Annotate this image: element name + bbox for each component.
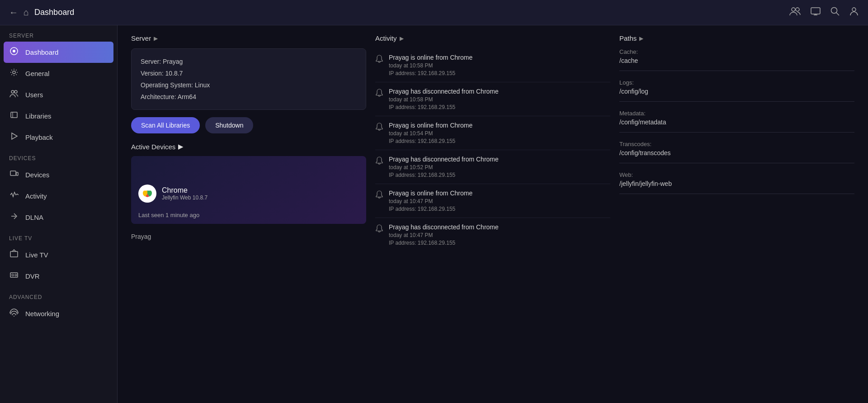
device-last-seen: Last seen 1 minute ago [131, 208, 366, 224]
svg-point-3 [831, 7, 837, 13]
activity-item: Prayag has disconnected from Chrome toda… [375, 82, 610, 116]
sidebar-item-users[interactable]: Users [0, 84, 117, 105]
path-value: /config/metadata [619, 119, 854, 133]
main-layout: Server Dashboard General [0, 25, 868, 403]
activity-content: Prayag is online from Chrome today at 10… [389, 122, 472, 144]
server-header-text: Server [131, 34, 151, 42]
svg-rect-15 [10, 251, 18, 257]
path-value: /config/log [619, 88, 854, 102]
sidebar-item-activity[interactable]: Activity [0, 185, 117, 207]
activity-title: Prayag has disconnected from Chrome [389, 88, 499, 95]
path-item: Web: /jellyfin/jellyfin-web [619, 171, 854, 194]
svg-marker-12 [12, 133, 17, 139]
device-logo [138, 185, 156, 203]
sidebar-item-playback[interactable]: Playback [0, 127, 117, 148]
svg-point-18 [15, 274, 17, 276]
svg-point-5 [852, 8, 856, 11]
paths-section-header: Paths ▶ [619, 34, 854, 42]
activity-title: Prayag has disconnected from Chrome [389, 223, 499, 231]
activity-content: Prayag has disconnected from Chrome toda… [389, 156, 499, 178]
server-info-box: Server: Prayag Version: 10.8.7 Operating… [131, 48, 366, 110]
activity-time: today at 10:54 PM [389, 130, 472, 137]
sidebar-label-playback: Playback [25, 133, 53, 141]
activity-item: Prayag has disconnected from Chrome toda… [375, 218, 610, 251]
svg-rect-11 [11, 112, 17, 118]
activity-content: Prayag is online from Chrome today at 10… [389, 54, 472, 76]
svg-point-0 [792, 8, 795, 11]
path-label: Logs: [619, 79, 854, 86]
bottom-label: Prayag [131, 233, 366, 240]
activity-time: today at 10:47 PM [389, 232, 499, 238]
sidebar-item-dlna[interactable]: DLNA [0, 207, 117, 228]
svg-point-17 [12, 274, 14, 276]
sidebar-label-libraries: Libraries [25, 112, 52, 120]
livetv-section-label: Live TV [0, 228, 117, 244]
search-icon[interactable] [830, 6, 840, 19]
back-icon[interactable]: ← [9, 7, 18, 18]
activity-header-text: Activity [375, 34, 397, 42]
content-area: Server ▶ Server: Prayag Version: 10.8.7 … [118, 25, 868, 403]
activity-title: Prayag is online from Chrome [389, 54, 472, 61]
svg-point-19 [14, 316, 14, 317]
device-version: Jellyfin Web 10.8.7 [162, 194, 208, 201]
svg-point-1 [796, 8, 799, 11]
activity-ip: IP address: 192.168.29.155 [389, 172, 499, 178]
activity-item: Prayag is online from Chrome today at 10… [375, 184, 610, 218]
server-buttons: Scan All Libraries Shutdown [131, 117, 366, 133]
device-card[interactable]: Chrome Jellyfin Web 10.8.7 Last seen 1 m… [131, 156, 366, 224]
activity-content: Prayag is online from Chrome today at 10… [389, 190, 472, 212]
profile-icon[interactable] [849, 6, 859, 19]
activity-section-header: Activity ▶ [375, 34, 610, 42]
sidebar-item-livetv[interactable]: Live TV [0, 244, 117, 266]
sidebar-item-dvr[interactable]: DVR [0, 266, 117, 287]
sidebar-item-devices[interactable]: Devices [0, 164, 117, 185]
dvr-icon [9, 270, 19, 282]
scan-all-libraries-button[interactable]: Scan All Libraries [131, 117, 200, 133]
devices-icon [9, 169, 19, 180]
networking-icon [9, 308, 19, 319]
server-version-line: Version: 10.8.7 [141, 70, 357, 77]
sidebar-item-libraries[interactable]: Libraries [0, 105, 117, 127]
path-label: Cache: [619, 48, 854, 55]
path-item: Logs: /config/log [619, 79, 854, 102]
active-devices-header: Active Devices ▶ [131, 142, 366, 151]
server-header-arrow: ▶ [154, 35, 158, 42]
home-icon[interactable]: ⌂ [24, 7, 29, 18]
dlna-icon [9, 212, 19, 223]
path-item: Metadata: /config/metadata [619, 110, 854, 133]
livetv-icon [9, 249, 19, 261]
path-item: Transcodes: /config/transcodes [619, 141, 854, 163]
activity-panel: Activity ▶ Prayag is online from Chrome … [375, 34, 610, 251]
topbar: ← ⌂ Dashboard [0, 0, 868, 25]
activity-list: Prayag is online from Chrome today at 10… [375, 48, 610, 251]
sidebar-label-devices: Devices [25, 171, 49, 179]
server-os-line: Operating System: Linux [141, 81, 357, 89]
svg-rect-13 [10, 171, 16, 175]
path-label: Web: [619, 171, 854, 178]
activity-content: Prayag has disconnected from Chrome toda… [389, 88, 499, 110]
path-value: /config/transcodes [619, 149, 854, 163]
activity-time: today at 10:58 PM [389, 96, 499, 103]
topbar-title: Dashboard [34, 8, 74, 17]
svg-point-8 [13, 71, 15, 74]
sidebar-label-networking: Networking [25, 310, 59, 318]
sidebar-label-general: General [25, 70, 49, 77]
activity-icon [9, 190, 19, 202]
sidebar-item-networking[interactable]: Networking [0, 303, 117, 324]
sidebar-item-dashboard[interactable]: Dashboard [4, 42, 113, 63]
server-name-line: Server: Prayag [141, 58, 357, 65]
activity-header-arrow: ▶ [400, 35, 404, 42]
sidebar-item-general[interactable]: General [0, 63, 117, 84]
activity-time: today at 10:47 PM [389, 198, 472, 204]
sidebar: Server Dashboard General [0, 25, 118, 403]
bell-icon [375, 156, 383, 168]
libraries-icon [9, 110, 19, 122]
shutdown-button[interactable]: Shutdown [205, 117, 253, 133]
cast-icon[interactable] [810, 6, 821, 19]
device-name: Chrome [162, 186, 208, 194]
sidebar-label-activity: Activity [25, 192, 47, 200]
group-icon[interactable] [789, 6, 801, 19]
svg-point-9 [11, 90, 14, 93]
svg-rect-2 [811, 8, 820, 14]
paths-list: Cache: /cache Logs: /config/log Metadata… [619, 48, 854, 194]
